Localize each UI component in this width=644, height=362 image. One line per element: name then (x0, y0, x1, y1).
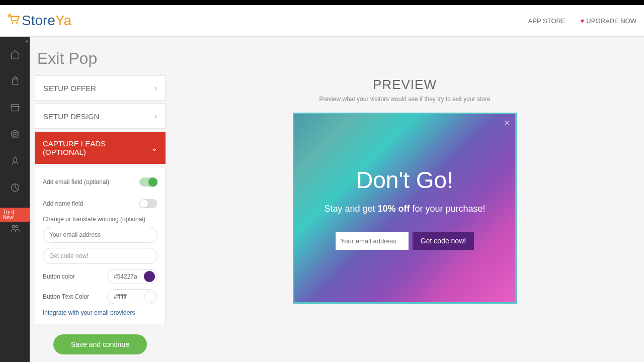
integrate-link[interactable]: Integrate with your email providers (43, 309, 157, 316)
add-name-label: Add name field (43, 200, 83, 207)
button-text-input[interactable] (43, 248, 157, 264)
accordion-label: SETUP DESIGN (43, 112, 99, 121)
heart-icon: ♥ (581, 17, 585, 25)
accordion-capture-leads[interactable]: CAPTURE LEADS (OPTIONAL) ⌄ (35, 132, 166, 164)
popup-sub-bold: 10% off (377, 204, 410, 214)
cart-icon (8, 13, 21, 29)
chevron-right-icon: › (154, 83, 157, 93)
svg-point-7 (15, 225, 18, 228)
popup-subtitle: Stay and get 10% off for your purchase! (324, 204, 485, 214)
popup-sub-pre: Stay and get (324, 204, 377, 214)
preview-title: PREVIEW (373, 77, 437, 93)
page-title: Exit Pop (35, 49, 166, 68)
logo-text-store: Store (22, 13, 55, 29)
sidebar-chart-icon[interactable] (0, 174, 30, 201)
sidebar-target-icon[interactable] (0, 121, 30, 147)
button-text-color-input[interactable]: #ffffff (107, 289, 157, 304)
accordion-label: SETUP OFFER (43, 84, 96, 93)
upgrade-link[interactable]: ♥ UPGRADE NOW (581, 17, 636, 25)
popup-submit-button[interactable]: Get code now! (413, 232, 474, 250)
sidebar-rocket-icon[interactable] (0, 147, 30, 174)
svg-point-1 (16, 22, 18, 24)
sidebar-store-icon[interactable] (0, 94, 30, 121)
chevron-right-icon: › (154, 112, 157, 121)
color-swatch[interactable] (144, 271, 155, 282)
capture-leads-body: Add email field (optional): Add name fie… (35, 167, 166, 324)
preview-area: PREVIEW Preview what your visitors would… (166, 37, 644, 362)
header: StoreYa APP STORE ♥ UPGRADE NOW (0, 5, 644, 37)
svg-point-6 (12, 225, 15, 228)
logo[interactable]: StoreYa (8, 13, 71, 29)
wording-label: Change or translate wording (optional) (43, 216, 157, 223)
accordion-setup-offer[interactable]: SETUP OFFER › (35, 75, 166, 101)
add-email-toggle[interactable] (139, 177, 157, 187)
button-color-label: Button color (43, 273, 107, 280)
logo-text-ya: Ya (55, 13, 71, 29)
app-store-link[interactable]: APP STORE (528, 17, 566, 25)
email-placeholder-input[interactable] (43, 227, 157, 243)
preview-subtitle: Preview what your visitors would see if … (319, 96, 490, 103)
popup-title: Don't Go! (356, 166, 453, 194)
popup-preview: ✕ Don't Go! Stay and get 10% off for you… (293, 113, 517, 304)
svg-point-4 (15, 134, 16, 135)
popup-sub-post: for your purchase! (410, 204, 486, 214)
color-swatch[interactable] (144, 291, 155, 302)
accordion-label: CAPTURE LEADS (OPTIONAL) (43, 139, 151, 156)
add-email-label: Add email field (optional): (43, 178, 111, 186)
sidebar-bag-icon[interactable] (0, 67, 30, 94)
sidebar-home-icon[interactable] (0, 41, 30, 67)
color-value: #ffffff (114, 293, 144, 300)
svg-point-3 (13, 132, 17, 136)
svg-point-2 (11, 130, 19, 138)
button-text-color-label: Button Text Color (43, 293, 107, 300)
add-name-toggle[interactable] (139, 199, 157, 208)
svg-point-0 (12, 22, 13, 24)
chevron-down-icon: ⌄ (151, 143, 157, 153)
upgrade-label: UPGRADE NOW (586, 17, 636, 25)
sidebar: ▸ Try it Now! (0, 37, 30, 362)
settings-panel: Exit Pop SETUP OFFER › SETUP DESIGN › CA… (30, 37, 166, 362)
popup-email-input[interactable] (336, 232, 409, 250)
button-color-input[interactable]: #54227a (107, 269, 157, 284)
color-value: #54227a (114, 273, 144, 280)
expand-icon[interactable]: ▸ (26, 38, 28, 44)
try-it-badge[interactable]: Try it Now! (0, 208, 30, 222)
close-icon[interactable]: ✕ (504, 118, 510, 128)
save-continue-button[interactable]: Save and continue (53, 334, 147, 354)
accordion-setup-design[interactable]: SETUP DESIGN › (35, 104, 166, 129)
